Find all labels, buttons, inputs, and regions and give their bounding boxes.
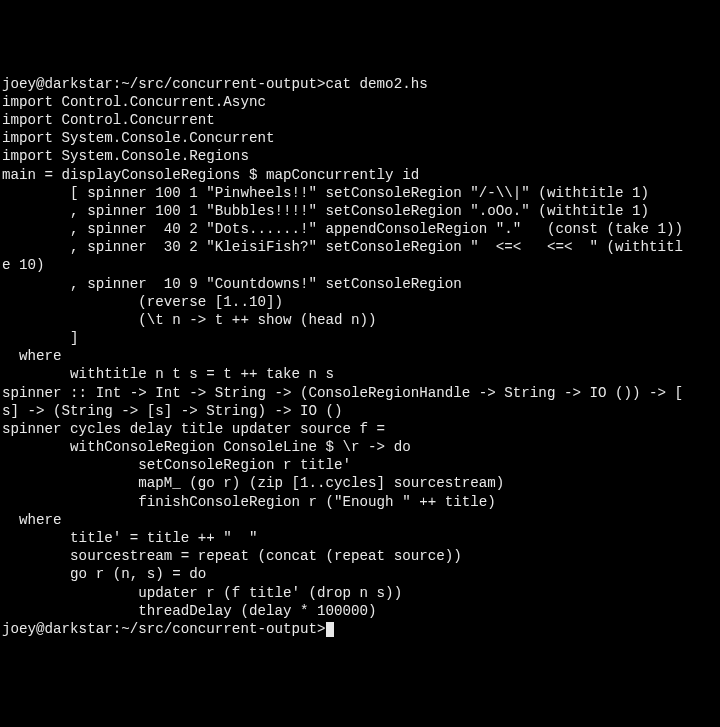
terminal-line: withtitle n t s = t ++ take n s: [2, 365, 718, 383]
terminal-window[interactable]: joey@darkstar:~/src/concurrent-output>ca…: [2, 75, 718, 638]
cursor: [326, 622, 334, 637]
terminal-line: , spinner 10 9 "Countdowns!" setConsoleR…: [2, 275, 718, 293]
terminal-line: import System.Console.Concurrent: [2, 129, 718, 147]
terminal-line: where: [2, 347, 718, 365]
terminal-line: import Control.Concurrent: [2, 111, 718, 129]
terminal-line: ]: [2, 329, 718, 347]
terminal-line: , spinner 30 2 "KleisiFish?" setConsoleR…: [2, 238, 718, 256]
terminal-line: mapM_ (go r) (zip [1..cycles] sourcestre…: [2, 474, 718, 492]
shell-prompt: joey@darkstar:~/src/concurrent-output>: [2, 621, 326, 637]
terminal-output: joey@darkstar:~/src/concurrent-output>ca…: [2, 75, 718, 620]
terminal-line: finishConsoleRegion r ("Enough " ++ titl…: [2, 493, 718, 511]
terminal-line: where: [2, 511, 718, 529]
terminal-line: threadDelay (delay * 100000): [2, 602, 718, 620]
terminal-line: setConsoleRegion r title': [2, 456, 718, 474]
terminal-line: go r (n, s) = do: [2, 565, 718, 583]
terminal-line: spinner :: Int -> Int -> String -> (Cons…: [2, 384, 718, 402]
terminal-line: e 10): [2, 256, 718, 274]
terminal-line: title' = title ++ " ": [2, 529, 718, 547]
terminal-line: spinner cycles delay title updater sourc…: [2, 420, 718, 438]
terminal-line: (\t n -> t ++ show (head n)): [2, 311, 718, 329]
terminal-line: sourcestream = repeat (concat (repeat so…: [2, 547, 718, 565]
terminal-line: import Control.Concurrent.Async: [2, 93, 718, 111]
terminal-line: s] -> (String -> [s] -> String) -> IO (): [2, 402, 718, 420]
terminal-line: updater r (f title' (drop n s)): [2, 584, 718, 602]
terminal-line: (reverse [1..10]): [2, 293, 718, 311]
terminal-line: main = displayConsoleRegions $ mapConcur…: [2, 166, 718, 184]
terminal-line: import System.Console.Regions: [2, 147, 718, 165]
terminal-line: withConsoleRegion ConsoleLine $ \r -> do: [2, 438, 718, 456]
terminal-line: joey@darkstar:~/src/concurrent-output>ca…: [2, 75, 718, 93]
terminal-line: , spinner 40 2 "Dots......!" appendConso…: [2, 220, 718, 238]
terminal-line: [ spinner 100 1 "Pinwheels!!" setConsole…: [2, 184, 718, 202]
terminal-line: , spinner 100 1 "Bubbles!!!!" setConsole…: [2, 202, 718, 220]
